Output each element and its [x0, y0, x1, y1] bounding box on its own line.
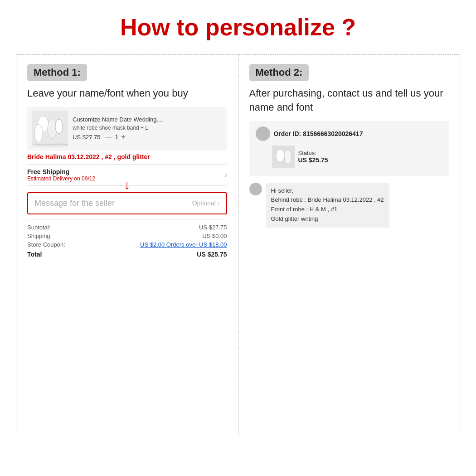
product-name: Customize Name Date Wedding.... [73, 116, 223, 124]
chat-avatar [249, 183, 262, 195]
coupon-value[interactable]: US $2.00 Orders over US $18.00 [140, 241, 227, 248]
chat-greeting: Hi seller, [271, 186, 384, 196]
order-product-image [272, 146, 295, 168]
right-panel: Method 2: After purchasing, contact us a… [238, 55, 460, 435]
order-id-row: Order ID: 81566663020026417 [256, 126, 443, 141]
svg-point-7 [276, 149, 284, 162]
svg-text:robe+gown+mask+headband+slippe: robe+gown+mask+headband+slippers [34, 143, 68, 146]
product-card: robe+gown+mask+headband+slippers Customi… [27, 107, 227, 151]
shipping-title: Free Shipping [27, 168, 95, 175]
personalization-note: Bride Halima 03.12.2022 , #2 , gold glit… [27, 153, 227, 160]
page-title: How to personalize ? [120, 14, 356, 41]
summary-shipping-row: Shipping: US $0.00 [27, 232, 227, 240]
subtotal-label: Subtotal: [27, 224, 50, 231]
subtotal-value: US $27.75 [199, 224, 227, 231]
order-summary: Subtotal: US $27.75 Shipping: US $0.00 S… [27, 219, 227, 259]
seller-message-optional: Optional › [192, 199, 220, 207]
seller-message-chevron-icon[interactable]: › [218, 199, 220, 207]
shipping-chevron-icon[interactable]: › [224, 171, 227, 179]
order-id-text: Order ID: 81566663020026417 [274, 130, 363, 137]
chat-line3: Gold glitter writing [271, 214, 384, 224]
seller-message-section: ↓ Message for the seller Optional › [27, 192, 227, 214]
shipping-value: US $0.00 [202, 233, 227, 239]
summary-total-row: Total US $25.75 [27, 250, 227, 259]
svg-point-8 [284, 150, 291, 164]
method1-badge: Method 1: [27, 64, 87, 81]
qty-value: 1 [115, 133, 118, 141]
chat-section: Hi seller, Behind robe : Bride Halima 03… [249, 183, 449, 228]
order-card: Order ID: 81566663020026417 Status: US $… [249, 121, 449, 176]
shipping-estimated: Estimated Delivery on 09/12 [27, 175, 95, 182]
qty-controls[interactable]: — 1 + [105, 133, 125, 141]
product-price: US $27.75 [73, 134, 100, 141]
order-status-info: Status: US $25.75 [298, 150, 328, 164]
svg-point-2 [34, 124, 43, 142]
chat-message: Hi seller, Behind robe : Bride Halima 03… [249, 183, 449, 228]
summary-coupon-row: Store Coupon: US $2.00 Orders over US $1… [27, 240, 227, 249]
product-variant: white robe shoe mask band + L [73, 125, 223, 131]
shipping-info: Free Shipping Estimated Delivery on 09/1… [27, 168, 95, 182]
coupon-label: Store Coupon: [27, 241, 65, 248]
method1-description: Leave your name/font when you buy [27, 87, 227, 101]
order-status-label: Status: [298, 150, 328, 156]
order-detail-row: Status: US $25.75 [256, 146, 443, 168]
method2-description: After purchasing, contact us and tell us… [249, 87, 449, 115]
main-container: Method 1: Leave your name/font when you … [16, 54, 460, 435]
summary-subtotal-row: Subtotal: US $27.75 [27, 223, 227, 232]
seller-message-box[interactable]: Message for the seller Optional › [27, 192, 227, 214]
chat-line2: Front of robe : H & M , #1 [271, 205, 384, 214]
shipping-label: Shipping: [27, 233, 52, 239]
order-price-value: US $25.75 [298, 156, 328, 164]
total-value: US $25.75 [197, 251, 227, 258]
user-avatar [256, 126, 270, 141]
svg-point-4 [55, 119, 63, 134]
product-info: Customize Name Date Wedding.... white ro… [73, 116, 223, 141]
total-label: Total [27, 251, 42, 258]
chat-bubble: Hi seller, Behind robe : Bride Halima 03… [266, 183, 389, 228]
red-arrow-icon: ↓ [124, 179, 130, 191]
qty-decrease-button[interactable]: — [105, 133, 112, 141]
seller-message-label: Message for the seller [34, 199, 115, 208]
qty-increase-button[interactable]: + [121, 133, 125, 141]
method2-badge: Method 2: [249, 64, 309, 81]
product-image: robe+gown+mask+headband+slippers [32, 111, 68, 147]
chat-line1: Behind robe : Bride Halima 03.12.2022 , … [271, 195, 384, 205]
left-panel: Method 1: Leave your name/font when you … [16, 55, 238, 435]
